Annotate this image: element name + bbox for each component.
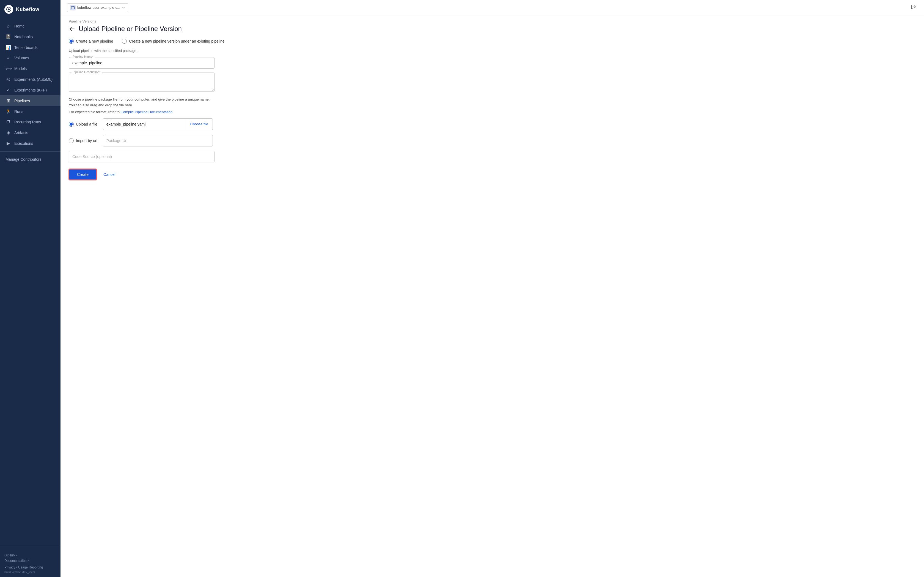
sidebar-item-notebooks[interactable]: 📓 Notebooks	[0, 31, 60, 42]
page-title: Upload Pipeline or Pipeline Version	[79, 25, 182, 33]
pipeline-description-input[interactable]	[69, 73, 215, 92]
github-link[interactable]: GitHub	[5, 553, 18, 557]
pipeline-description-label: Pipeline Description*	[71, 70, 102, 74]
app-name: Kubeflow	[16, 6, 39, 12]
package-url-input[interactable]	[103, 135, 213, 147]
sidebar-item-experiments-automl[interactable]: ◎ Experiments (AutoML)	[0, 74, 60, 85]
sidebar: Kubeflow ⌂ Home 📓 Notebooks 📊 Tensorboar…	[0, 0, 60, 577]
topbar: kubeflow-user-example-c...	[60, 0, 924, 15]
choose-file-button[interactable]: Choose file	[186, 119, 213, 129]
radio-existing-pipeline[interactable]	[122, 39, 127, 44]
chevron-down-icon	[122, 6, 125, 9]
import-url-row: Import by url	[69, 135, 916, 147]
sidebar-item-experiments-kfp[interactable]: ✓ Experiments (KFP)	[0, 85, 60, 95]
app-logo[interactable]: Kubeflow	[0, 0, 60, 19]
sidebar-item-label: Home	[14, 24, 24, 28]
topbar-left: kubeflow-user-example-c...	[67, 3, 128, 12]
runs-icon: 🏃	[5, 109, 11, 114]
sidebar-item-label: Pipelines	[14, 98, 30, 103]
instruction-line3: For expected file format, refer to	[69, 110, 120, 114]
sidebar-item-executions[interactable]: ▶ Executions	[0, 138, 60, 149]
sidebar-item-label: Experiments (AutoML)	[14, 77, 53, 82]
radio-existing-pipeline-label: Create a new pipeline version under an e…	[129, 39, 225, 44]
sidebar-nav: ⌂ Home 📓 Notebooks 📊 Tensorboards ≡ Volu…	[0, 19, 60, 544]
page-content: Pipeline Versions Upload Pipeline or Pip…	[60, 15, 924, 577]
radio-upload-file[interactable]	[69, 122, 74, 127]
volumes-icon: ≡	[5, 55, 11, 60]
sidebar-item-label: Executions	[14, 141, 33, 146]
sidebar-item-label: Recurring Runs	[14, 120, 41, 124]
sidebar-item-manage-contributors[interactable]: Manage Contributors	[0, 155, 60, 164]
page-header: Upload Pipeline or Pipeline Version	[69, 25, 916, 33]
file-label: File*	[106, 118, 114, 120]
topbar-right	[909, 3, 918, 12]
doc-reference: For expected file format, refer to Compi…	[69, 110, 916, 114]
instructions: Choose a pipeline package file from your…	[69, 97, 916, 108]
namespace-label: kubeflow-user-example-c...	[77, 5, 120, 10]
instruction-line2: You can also drag and drop the file here…	[69, 103, 916, 108]
import-url-label: Import by url	[76, 139, 97, 143]
instruction-line1: Choose a pipeline package file from your…	[69, 97, 916, 103]
sidebar-item-recurring-runs[interactable]: ⏱ Recurring Runs	[0, 117, 60, 127]
sidebar-item-label: Models	[14, 66, 27, 71]
sidebar-item-label: Artifacts	[14, 131, 28, 135]
sidebar-item-tensorboards[interactable]: 📊 Tensorboards	[0, 42, 60, 53]
sidebar-item-runs[interactable]: 🏃 Runs	[0, 106, 60, 117]
sidebar-item-label: Tensorboards	[14, 45, 38, 50]
file-section: Upload a file File* example_pipeline.yam…	[69, 118, 916, 147]
file-input-wrapper: File* example_pipeline.yaml Choose file	[103, 118, 213, 130]
code-source-input[interactable]	[69, 151, 215, 163]
sidebar-item-home[interactable]: ⌂ Home	[0, 21, 60, 31]
radio-option-new-pipeline[interactable]: Create a new pipeline	[69, 39, 113, 44]
notebooks-icon: 📓	[5, 34, 11, 39]
radio-option-upload-file[interactable]: Upload a file	[69, 122, 97, 127]
radio-new-pipeline[interactable]	[69, 39, 74, 44]
manage-contributors-label: Manage Contributors	[5, 157, 42, 161]
documentation-link[interactable]: Documentation	[5, 559, 30, 563]
code-source-field	[69, 151, 215, 163]
sidebar-item-label: Notebooks	[14, 35, 33, 39]
sidebar-item-models[interactable]: ⟺ Models	[0, 63, 60, 74]
upload-file-label: Upload a file	[76, 122, 97, 126]
models-icon: ⟺	[5, 66, 11, 71]
sidebar-footer: GitHub Documentation Privacy • Usage Rep…	[0, 550, 60, 577]
create-button[interactable]: Create	[69, 169, 97, 180]
sidebar-item-artifacts[interactable]: ◈ Artifacts	[0, 127, 60, 138]
action-buttons: Create Cancel	[69, 169, 916, 180]
privacy-link[interactable]: Privacy	[5, 566, 15, 569]
logo-icon	[5, 5, 13, 14]
sidebar-item-label: Experiments (KFP)	[14, 88, 47, 92]
experiments-kfp-icon: ✓	[5, 87, 11, 93]
upload-file-row: Upload a file File* example_pipeline.yam…	[69, 118, 916, 130]
logout-button[interactable]	[909, 3, 918, 12]
main-content: kubeflow-user-example-c... Pipeline Vers…	[60, 0, 924, 577]
breadcrumb: Pipeline Versions	[69, 15, 916, 25]
home-icon: ⌂	[5, 24, 11, 29]
pipeline-name-field: Pipeline Name*	[69, 57, 916, 69]
file-value: example_pipeline.yaml	[103, 119, 186, 130]
upload-subtitle: Upload pipeline with the specified packa…	[69, 48, 916, 53]
build-version: build version dev_local	[5, 571, 56, 574]
usage-reporting-link[interactable]: Usage Reporting	[18, 566, 43, 569]
recurring-runs-icon: ⏱	[5, 119, 11, 124]
radio-option-existing-pipeline[interactable]: Create a new pipeline version under an e…	[122, 39, 225, 44]
svg-rect-1	[71, 6, 74, 9]
sidebar-item-label: Volumes	[14, 56, 29, 60]
back-button[interactable]	[69, 26, 75, 32]
cancel-button[interactable]: Cancel	[101, 169, 118, 179]
tensorboards-icon: 📊	[5, 45, 11, 50]
namespace-icon	[70, 5, 76, 10]
sidebar-item-volumes[interactable]: ≡ Volumes	[0, 53, 60, 63]
radio-option-import-url[interactable]: Import by url	[69, 138, 97, 143]
executions-icon: ▶	[5, 141, 11, 146]
sidebar-item-pipelines[interactable]: ⊞ Pipelines	[0, 95, 60, 106]
compile-pipeline-doc-link[interactable]: Compile Pipeline Documentation.	[121, 110, 173, 114]
radio-new-pipeline-label: Create a new pipeline	[76, 39, 113, 44]
pipeline-name-label: Pipeline Name*	[71, 55, 95, 58]
radio-import-url[interactable]	[69, 138, 74, 143]
pipeline-name-input[interactable]	[69, 57, 215, 69]
pipelines-icon: ⊞	[5, 98, 11, 103]
pipeline-description-field: Pipeline Description*	[69, 73, 916, 93]
radio-group: Create a new pipeline Create a new pipel…	[69, 39, 916, 44]
namespace-selector[interactable]: kubeflow-user-example-c...	[67, 3, 128, 12]
